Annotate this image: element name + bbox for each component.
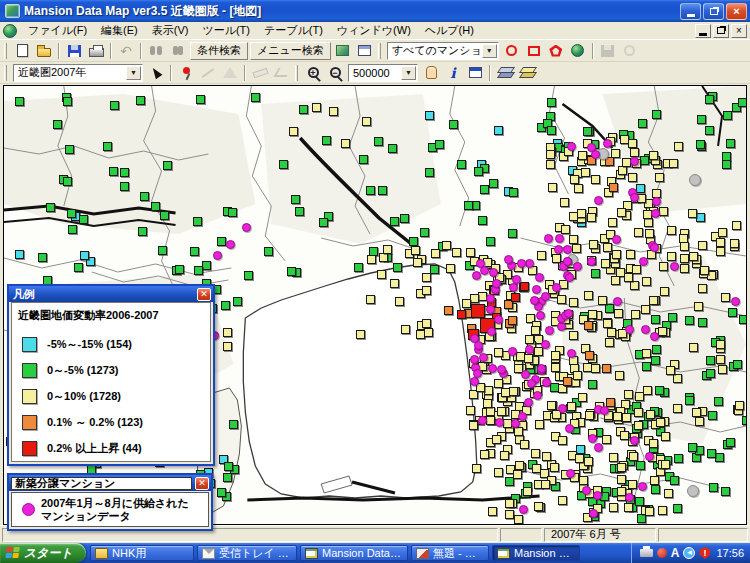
map-marker-yellow[interactable] <box>452 248 461 257</box>
map-marker-magenta[interactable] <box>213 251 222 260</box>
map-marker-green[interactable] <box>508 229 517 238</box>
map-marker-green[interactable] <box>705 95 714 104</box>
map-marker-green[interactable] <box>251 93 260 102</box>
map-marker-yellow[interactable] <box>603 243 612 252</box>
map-marker-yellow[interactable] <box>643 386 652 395</box>
map-marker-yellow[interactable] <box>628 173 637 182</box>
map-marker-yellow[interactable] <box>575 454 584 463</box>
map-marker-green[interactable] <box>673 504 682 513</box>
condition-search-button[interactable]: 条件検索 <box>190 42 248 60</box>
map-marker-yellow[interactable] <box>514 515 523 524</box>
security-shield-icon[interactable]: ! <box>699 547 710 559</box>
map-marker-yellow[interactable] <box>661 460 670 469</box>
map-marker-green[interactable] <box>674 454 683 463</box>
map-marker-green[interactable] <box>160 211 169 220</box>
map-marker-yellow[interactable] <box>573 371 582 380</box>
map-marker-green[interactable] <box>708 411 717 420</box>
map-marker-magenta[interactable] <box>650 332 659 341</box>
map-marker-magenta[interactable] <box>541 292 550 301</box>
globe-icon[interactable] <box>567 41 589 61</box>
map-marker-gray[interactable] <box>689 174 701 186</box>
map-marker-green[interactable] <box>295 207 304 216</box>
map-marker-yellow[interactable] <box>649 439 658 448</box>
map-marker-cyan[interactable] <box>696 213 705 222</box>
map-marker-yellow[interactable] <box>572 244 581 253</box>
map-marker-yellow[interactable] <box>630 148 639 157</box>
map-marker-yellow[interactable] <box>395 297 404 306</box>
map-marker-yellow[interactable] <box>650 476 659 485</box>
map-marker-yellow[interactable] <box>618 166 627 175</box>
map-marker-yellow[interactable] <box>480 450 489 459</box>
map-marker-green[interactable] <box>696 140 705 149</box>
map-marker-green[interactable] <box>193 217 202 226</box>
map-marker-magenta[interactable] <box>527 379 536 388</box>
map-marker-magenta[interactable] <box>593 491 602 500</box>
map-marker-yellow[interactable] <box>667 252 676 261</box>
map-marker-yellow[interactable] <box>628 480 637 489</box>
map-marker-magenta[interactable] <box>670 262 679 271</box>
map-marker-yellow[interactable] <box>617 475 626 484</box>
zoom-in-icon[interactable]: + <box>302 63 324 83</box>
map-marker-yellow[interactable] <box>689 343 698 352</box>
map-marker-magenta[interactable] <box>508 347 517 356</box>
map-marker-magenta[interactable] <box>613 297 622 306</box>
map-marker-yellow[interactable] <box>680 242 689 251</box>
map-marker-green[interactable] <box>140 192 149 201</box>
map-marker-green[interactable] <box>509 188 518 197</box>
map-marker-green[interactable] <box>244 271 253 280</box>
map-marker-green[interactable] <box>742 416 747 425</box>
map-marker-yellow[interactable] <box>674 142 683 151</box>
map-marker-yellow[interactable] <box>535 420 544 429</box>
menu-search-button[interactable]: メニュー検索 <box>250 42 331 60</box>
map-marker-green[interactable] <box>714 397 723 406</box>
map-marker-green[interactable] <box>409 237 418 246</box>
map-marker-yellow[interactable] <box>569 331 578 340</box>
map-marker-green[interactable] <box>151 202 160 211</box>
map-marker-yellow[interactable] <box>588 310 597 319</box>
map-marker-green[interactable] <box>374 137 383 146</box>
map-marker-yellow[interactable] <box>552 254 561 263</box>
map-marker-yellow[interactable] <box>509 387 518 396</box>
map-marker-yellow[interactable] <box>630 281 639 290</box>
map-marker-green[interactable] <box>636 461 645 470</box>
map-marker-yellow[interactable] <box>570 175 579 184</box>
chevron-down-icon[interactable]: ▼ <box>126 66 141 80</box>
map-marker-magenta[interactable] <box>731 297 740 306</box>
notification-tray-icon[interactable] <box>657 548 667 558</box>
map-marker-yellow[interactable] <box>411 246 420 255</box>
map-marker-yellow[interactable] <box>488 507 497 516</box>
undo-icon[interactable]: ↶ <box>115 41 137 61</box>
map-marker-yellow[interactable] <box>598 296 607 305</box>
map-marker-yellow[interactable] <box>631 310 640 319</box>
map-marker-green[interactable] <box>79 215 88 224</box>
map-marker-green[interactable] <box>393 263 402 272</box>
map-marker-magenta[interactable] <box>486 294 495 303</box>
table-window-icon[interactable] <box>354 41 376 61</box>
new-document-icon[interactable] <box>11 41 33 61</box>
map-marker-magenta[interactable] <box>567 349 576 358</box>
map-marker-green[interactable] <box>670 476 679 485</box>
map-marker-yellow[interactable] <box>624 273 633 282</box>
map-marker-yellow[interactable] <box>289 127 298 136</box>
map-year-combo[interactable]: 近畿圏2007年 ▼ <box>13 64 143 82</box>
map-marker-magenta[interactable] <box>512 275 521 284</box>
map-marker-yellow[interactable] <box>629 452 638 461</box>
map-marker-yellow[interactable] <box>569 235 578 244</box>
toolbar-grip[interactable] <box>4 43 7 59</box>
layers-icon[interactable] <box>494 63 516 83</box>
map-marker-yellow[interactable] <box>500 451 509 460</box>
map-marker-yellow[interactable] <box>658 506 667 515</box>
map-marker-magenta[interactable] <box>594 196 603 205</box>
map-marker-green[interactable] <box>547 98 556 107</box>
map-marker-yellow[interactable] <box>223 342 232 351</box>
map-marker-magenta[interactable] <box>565 273 574 282</box>
toolbar-grip[interactable] <box>295 65 298 81</box>
map-marker-magenta[interactable] <box>536 311 545 320</box>
taskbar-task-3[interactable]: 無題 - ペイント <box>411 545 489 561</box>
map-marker-magenta[interactable] <box>589 509 598 518</box>
mdi-close-button[interactable]: × <box>731 24 747 38</box>
map-marker-green[interactable] <box>120 182 129 191</box>
map-marker-yellow[interactable] <box>716 355 725 364</box>
map-marker-yellow[interactable] <box>642 277 651 286</box>
map-marker-green[interactable] <box>53 120 62 129</box>
